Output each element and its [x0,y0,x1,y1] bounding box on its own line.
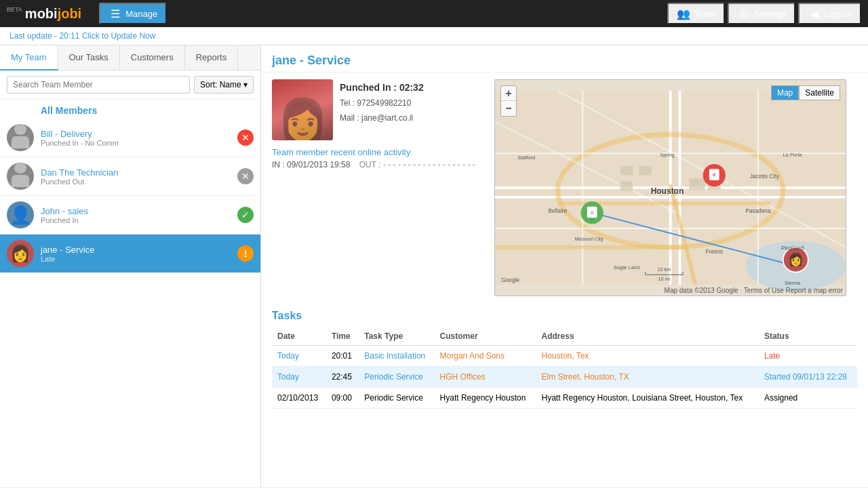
topnav-right: 👥 Team ⚙ Settings ◀ Logout [667,3,861,24]
logo: BETA mobijobi [7,6,81,22]
left-panel: My Team Our Tasks Customers Reports Sort… [0,45,261,487]
member-status-jane: Late [41,255,237,263]
avatar-jane: 👩 [7,240,34,267]
svg-text:Jacinto City: Jacinto City [750,173,780,180]
map-type-buttons: Map Satellite [771,85,840,100]
member-name-jane: jane - Service [41,245,237,255]
svg-rect-16 [689,178,705,190]
cell-task-type: Periodic Service [359,367,434,388]
member-info-john: John - sales Punched In [41,206,237,224]
member-status-bill: Punched In - No Comm [41,139,237,147]
settings-icon: ⚙ [737,7,751,20]
member-name-dan: Dan The Technician [41,167,237,178]
zoom-out-button[interactable]: − [501,101,516,116]
cell-address: Houston, Tex [536,346,759,367]
table-row[interactable]: Today 22:45 Periodic Service HGH Offices… [272,367,857,388]
team-icon: 👥 [677,7,690,20]
table-row[interactable]: Today 20:01 Basic Installation Morgan An… [272,346,857,367]
member-name-john: John - sales [41,206,237,216]
col-date: Date [272,327,326,346]
tasks-label: Tasks [272,310,857,322]
member-badge-jane: ! [237,245,254,262]
member-status-dan: Punched Out [41,178,237,186]
member-info-jane: jane - Service Late [41,245,237,263]
member-item-bill[interactable]: Bill - Delivery Punched In - No Comm ✕ [0,119,260,157]
cell-time: 22:45 [326,367,359,388]
mail: Mail : jane@iart.co.il [340,111,424,126]
svg-text:10 mi: 10 mi [658,276,670,282]
member-item-john[interactable]: 👤 John - sales Punched In ✓ [0,196,260,235]
svg-text:10 km: 10 km [657,266,671,272]
svg-text:Fresno: Fresno [705,248,723,255]
cell-date: Today [272,346,326,367]
map-attribution: Map data ©2013 Google · Terms of Use Rep… [665,287,843,294]
activity-label: Team member recent online activity [272,147,475,157]
all-members-label: All Members [0,100,260,119]
col-task-type: Task Type [359,327,434,346]
svg-text:Pearland: Pearland [781,245,804,251]
settings-button[interactable]: ⚙ Settings [728,3,795,24]
activity-times: IN : 09/01/2013 19:58 OUT : - - - - - - … [272,160,475,169]
logout-button[interactable]: ◀ Logout [798,3,861,24]
member-info-bill: Bill - Delivery Punched In - No Comm [41,129,237,147]
punch-time: Punched In : 02:32 [340,79,424,96]
member-item-jane[interactable]: 👩 jane - Service Late ! [0,235,260,273]
tab-reports[interactable]: Reports [185,45,239,70]
svg-text:Sugar Land: Sugar Land [614,264,639,270]
svg-text:≡: ≡ [590,209,593,216]
svg-text:Spring: Spring [660,152,674,158]
tab-our-tasks[interactable]: Our Tasks [58,45,120,70]
cell-date: 02/10/2013 [272,388,326,409]
cell-task-type: Periodic Service [359,388,434,409]
cell-customer: HGH Offices [435,367,536,388]
svg-rect-14 [639,166,651,176]
tab-customers[interactable]: Customers [120,45,185,70]
activity-out: OUT : - - - - - - - - - - - - - - - - - … [359,160,475,169]
table-row[interactable]: 02/10/2013 09:00 Periodic Service Hyatt … [272,388,857,409]
map-zoom-controls: + − [500,85,517,117]
svg-rect-13 [620,166,633,176]
zoom-in-button[interactable]: + [501,86,516,101]
svg-rect-15 [620,182,633,191]
svg-text:≡: ≡ [712,171,715,178]
tab-my-team[interactable]: My Team [0,45,58,70]
tel: Tel : 972549982210 [340,96,424,111]
svg-text:La Porte: La Porte [783,152,802,158]
manage-button[interactable]: ☰ Manage [99,3,167,24]
profile-photo: 👩 [272,79,333,140]
badge-icon-john: ✓ [241,209,250,220]
search-input[interactable] [7,76,190,94]
tabs: My Team Our Tasks Customers Reports [0,45,260,70]
badge-icon-jane: ! [244,248,248,259]
detail-header: jane - Service [261,45,868,73]
map-type-satellite[interactable]: Satellite [799,85,840,100]
update-bar[interactable]: Last update - 20:11 Click to Update Now [0,27,868,45]
sort-button[interactable]: Sort: Name ▾ [194,76,254,94]
avatar-bill [7,124,34,151]
member-name-bill: Bill - Delivery [41,129,237,139]
member-badge-john: ✓ [237,207,254,223]
member-badge-dan: ✕ [237,168,254,184]
cell-task-type: Basic Installation [359,346,434,367]
map-type-map[interactable]: Map [771,85,799,100]
cell-customer: Morgan And Sons [435,346,536,367]
svg-text:Pasadena: Pasadena [745,207,771,214]
member-info-dan: Dan The Technician Punched Out [41,167,237,186]
avatar-dan [7,163,34,190]
cell-status: Started 09/01/13 22:28 [759,367,857,388]
member-item-dan[interactable]: Dan The Technician Punched Out ✕ [0,157,260,196]
cell-status: Late [759,346,857,367]
search-sort-bar: Sort: Name ▾ [0,70,260,100]
team-button[interactable]: 👥 Team [667,3,725,24]
beta-label: BETA [7,6,22,13]
logout-icon: ◀ [808,7,821,20]
cell-address: Elm Street, Houston, TX [536,367,759,388]
badge-icon-dan: ✕ [241,171,250,182]
activity-section: Team member recent online activity IN : … [272,144,475,169]
map-container[interactable]: ≡ ≡ 👩 Houston Bellaire [494,79,846,296]
cell-customer: Hyatt Regency Houston [435,388,536,409]
svg-text:👩: 👩 [788,251,804,267]
tasks-table: Date Time Task Type Customer Address Sta… [272,327,857,409]
svg-text:Sienna: Sienna [785,280,801,286]
col-customer: Customer [435,327,536,346]
